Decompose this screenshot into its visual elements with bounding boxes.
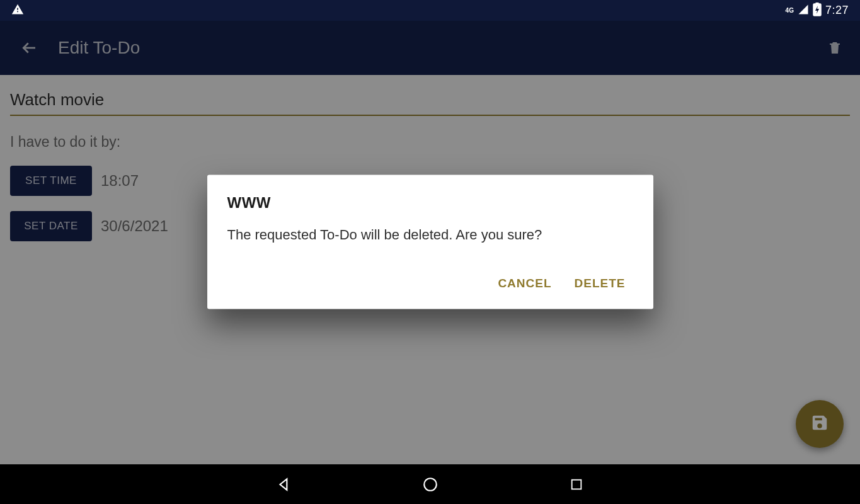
svg-rect-1 xyxy=(815,3,818,4)
svg-rect-3 xyxy=(571,479,581,489)
status-left xyxy=(11,3,24,18)
nav-recent-button[interactable] xyxy=(566,474,587,495)
confirm-delete-button[interactable]: DELETE xyxy=(572,270,628,296)
status-right: 4G 7:27 xyxy=(786,3,849,19)
nav-home-button[interactable] xyxy=(420,474,440,495)
status-time: 7:27 xyxy=(825,4,849,17)
dialog-message: The requested To-Do will be deleted. Are… xyxy=(227,226,633,245)
signal-icon xyxy=(798,4,809,18)
warning-icon xyxy=(11,3,24,18)
battery-charging-icon xyxy=(813,3,822,19)
network-label: 4G xyxy=(786,7,794,14)
system-nav-bar xyxy=(0,464,860,504)
nav-back-button[interactable] xyxy=(274,474,294,495)
dialog-title: WWW xyxy=(227,194,633,212)
cancel-button[interactable]: CANCEL xyxy=(495,270,554,296)
svg-point-2 xyxy=(424,478,437,491)
confirm-delete-dialog: WWW The requested To-Do will be deleted.… xyxy=(207,175,653,309)
status-bar: 4G 7:27 xyxy=(0,0,860,21)
dialog-actions: CANCEL DELETE xyxy=(227,270,633,296)
